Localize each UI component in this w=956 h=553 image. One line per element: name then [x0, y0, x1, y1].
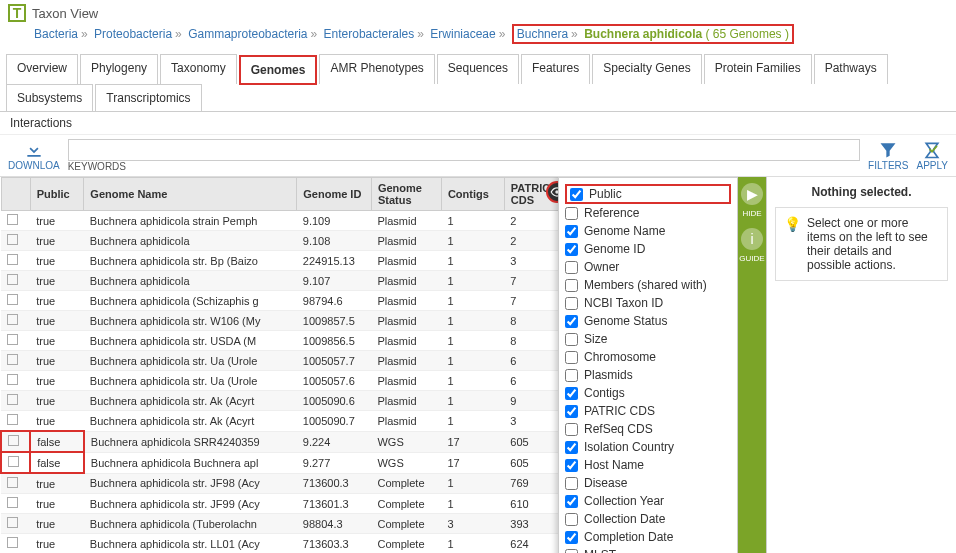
column-checkbox[interactable]: [565, 297, 578, 310]
hide-button[interactable]: ▶: [741, 183, 763, 205]
breadcrumb-link[interactable]: Gammaproteobacteria: [188, 27, 307, 41]
column-checkbox[interactable]: [565, 531, 578, 544]
download-button[interactable]: DOWNLOA: [8, 140, 60, 171]
breadcrumb-link[interactable]: Proteobacteria: [94, 27, 172, 41]
detail-tip: Select one or more items on the left to …: [807, 216, 939, 272]
column-option[interactable]: Disease: [565, 474, 731, 492]
column-checkbox[interactable]: [565, 333, 578, 346]
column-option[interactable]: Reference: [565, 204, 731, 222]
col-header[interactable]: [1, 178, 30, 211]
column-checkbox[interactable]: [565, 351, 578, 364]
logo-icon: T: [8, 4, 26, 22]
tab-pathways[interactable]: Pathways: [814, 54, 888, 84]
column-option[interactable]: Isolation Country: [565, 438, 731, 456]
column-checkbox[interactable]: [565, 441, 578, 454]
row-checkbox[interactable]: [7, 414, 18, 425]
breadcrumb-count: ( 65 Genomes ): [706, 27, 789, 41]
row-checkbox[interactable]: [7, 334, 18, 345]
column-option[interactable]: Public: [565, 184, 731, 204]
row-checkbox[interactable]: [7, 274, 18, 285]
row-checkbox[interactable]: [7, 517, 18, 528]
column-option[interactable]: PATRIC CDS: [565, 402, 731, 420]
row-checkbox[interactable]: [7, 294, 18, 305]
column-option[interactable]: Owner: [565, 258, 731, 276]
column-option[interactable]: Chromosome: [565, 348, 731, 366]
detail-heading: Nothing selected.: [775, 185, 948, 199]
column-checkbox[interactable]: [565, 495, 578, 508]
column-option[interactable]: Genome Status: [565, 312, 731, 330]
row-checkbox[interactable]: [7, 394, 18, 405]
action-sidebar: ▶ HIDE i GUIDE: [738, 177, 766, 553]
breadcrumb-link[interactable]: Buchnera: [517, 27, 568, 41]
column-option[interactable]: Collection Year: [565, 492, 731, 510]
tab-overview[interactable]: Overview: [6, 54, 78, 84]
column-checkbox[interactable]: [565, 387, 578, 400]
col-header[interactable]: Public: [30, 178, 84, 211]
column-checkbox[interactable]: [565, 315, 578, 328]
column-option[interactable]: Collection Date: [565, 510, 731, 528]
breadcrumb: Bacteria» Proteobacteria» Gammaproteobac…: [8, 22, 948, 50]
column-checkbox[interactable]: [565, 261, 578, 274]
breadcrumb-link[interactable]: Bacteria: [34, 27, 78, 41]
row-checkbox[interactable]: [8, 435, 19, 446]
sub-tab-interactions[interactable]: Interactions: [0, 112, 956, 135]
column-checkbox[interactable]: [570, 188, 583, 201]
row-checkbox[interactable]: [7, 234, 18, 245]
column-option[interactable]: Completion Date: [565, 528, 731, 546]
col-header[interactable]: Genome Name: [84, 178, 297, 211]
apply-button[interactable]: APPLY: [917, 140, 949, 171]
col-header[interactable]: Genome Status: [371, 178, 441, 211]
column-checkbox[interactable]: [565, 513, 578, 526]
row-checkbox[interactable]: [7, 497, 18, 508]
row-checkbox[interactable]: [7, 314, 18, 325]
breadcrumb-link[interactable]: Enterobacterales: [324, 27, 415, 41]
column-chooser[interactable]: PublicReferenceGenome NameGenome IDOwner…: [558, 177, 738, 553]
tab-phylogeny[interactable]: Phylogeny: [80, 54, 158, 84]
tab-subsystems[interactable]: Subsystems: [6, 84, 93, 111]
row-checkbox[interactable]: [7, 537, 18, 548]
column-option[interactable]: RefSeq CDS: [565, 420, 731, 438]
column-option[interactable]: Contigs: [565, 384, 731, 402]
column-checkbox[interactable]: [565, 279, 578, 292]
tab-taxonomy[interactable]: Taxonomy: [160, 54, 237, 84]
col-header[interactable]: Contigs: [441, 178, 504, 211]
tab-sequences[interactable]: Sequences: [437, 54, 519, 84]
column-option[interactable]: Genome Name: [565, 222, 731, 240]
breadcrumb-current: Buchnera aphidicola: [584, 27, 702, 41]
column-checkbox[interactable]: [565, 243, 578, 256]
tab-features[interactable]: Features: [521, 54, 590, 84]
row-checkbox[interactable]: [7, 214, 18, 225]
row-checkbox[interactable]: [7, 254, 18, 265]
column-checkbox[interactable]: [565, 225, 578, 238]
column-option[interactable]: Host Name: [565, 456, 731, 474]
guide-button[interactable]: i: [741, 228, 763, 250]
column-checkbox[interactable]: [565, 459, 578, 472]
tab-genomes[interactable]: Genomes: [239, 55, 318, 85]
column-checkbox[interactable]: [565, 405, 578, 418]
column-option[interactable]: MLST: [565, 546, 731, 553]
column-checkbox[interactable]: [565, 369, 578, 382]
tab-specialty-genes[interactable]: Specialty Genes: [592, 54, 701, 84]
column-option[interactable]: Size: [565, 330, 731, 348]
column-option[interactable]: NCBI Taxon ID: [565, 294, 731, 312]
column-checkbox[interactable]: [565, 549, 578, 554]
column-option[interactable]: Plasmids: [565, 366, 731, 384]
row-checkbox[interactable]: [8, 456, 19, 467]
tab-amr-phenotypes[interactable]: AMR Phenotypes: [319, 54, 434, 84]
page-title: Taxon View: [32, 6, 98, 21]
row-checkbox[interactable]: [7, 477, 18, 488]
tab-protein-families[interactable]: Protein Families: [704, 54, 812, 84]
keywords-input[interactable]: [68, 139, 860, 161]
column-option[interactable]: Genome ID: [565, 240, 731, 258]
tab-transcriptomics[interactable]: Transcriptomics: [95, 84, 201, 111]
column-checkbox[interactable]: [565, 423, 578, 436]
row-checkbox[interactable]: [7, 354, 18, 365]
column-checkbox[interactable]: [565, 477, 578, 490]
breadcrumb-link[interactable]: Erwiniaceae: [430, 27, 495, 41]
filters-button[interactable]: FILTERS: [868, 140, 908, 171]
col-header[interactable]: Genome ID: [297, 178, 372, 211]
column-checkbox[interactable]: [565, 207, 578, 220]
row-checkbox[interactable]: [7, 374, 18, 385]
lightbulb-icon: 💡: [784, 216, 801, 272]
column-option[interactable]: Members (shared with): [565, 276, 731, 294]
